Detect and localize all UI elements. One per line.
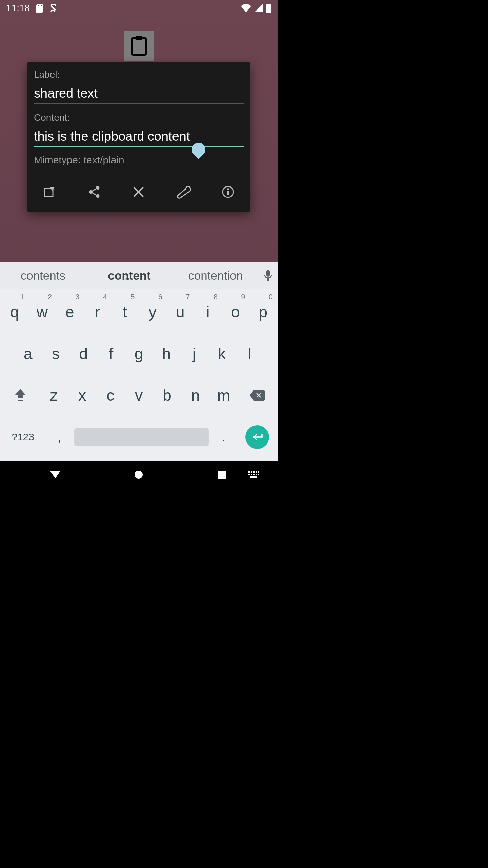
mimetype-caption: Mimetype: (34, 154, 81, 165)
key-i[interactable]: i8 (195, 292, 221, 332)
key-period[interactable]: . (210, 417, 237, 457)
key-w[interactable]: w2 (29, 292, 56, 332)
enter-icon (245, 425, 269, 449)
key-shift[interactable] (1, 375, 39, 416)
key-h[interactable]: h (153, 334, 180, 374)
svg-rect-16 (253, 471, 255, 473)
keyboard-row-4: ?123 , . (1, 416, 277, 458)
suggestion-1[interactable]: contents (0, 269, 86, 282)
svg-rect-22 (256, 474, 257, 475)
circle-icon (134, 470, 143, 479)
voice-input-button[interactable] (259, 270, 278, 281)
close-button[interactable] (117, 172, 161, 212)
svg-rect-21 (253, 474, 255, 475)
backspace-icon (250, 390, 265, 401)
microphone-icon (264, 270, 272, 281)
wifi-icon (241, 4, 251, 12)
export-button[interactable] (27, 172, 72, 212)
clipboard-dialog: Label: Content: Mimetype: text/plain (27, 62, 250, 212)
square-icon (218, 470, 227, 479)
share-button[interactable] (72, 172, 117, 212)
mimetype-line: Mimetype: text/plain (27, 154, 250, 172)
svg-rect-24 (250, 476, 257, 478)
cell-signal-icon (255, 4, 263, 12)
key-comma[interactable]: , (46, 417, 73, 457)
svg-rect-0 (132, 38, 146, 55)
key-y[interactable]: y6 (140, 292, 166, 332)
svg-rect-15 (251, 471, 252, 473)
share-icon (87, 185, 101, 199)
status-time: 11:18 (6, 3, 30, 14)
content-input[interactable] (34, 128, 244, 147)
battery-icon (266, 4, 271, 13)
device-screen: 11:18 Label: (0, 0, 278, 488)
key-enter[interactable] (239, 417, 276, 457)
svg-rect-20 (251, 474, 252, 475)
label-caption: Label: (34, 69, 244, 80)
keyboard-switch-icon (248, 471, 259, 478)
key-l[interactable]: l (236, 334, 263, 374)
sd-card-icon (36, 4, 43, 13)
key-b[interactable]: b (154, 375, 180, 416)
spacebar (74, 428, 209, 446)
key-n[interactable]: n (182, 375, 209, 416)
svg-rect-1 (136, 36, 142, 40)
status-right (241, 4, 271, 13)
nav-home-button[interactable] (125, 470, 152, 479)
key-k[interactable]: k (209, 334, 235, 374)
key-m[interactable]: m (210, 375, 237, 416)
svg-rect-17 (256, 471, 257, 473)
key-t[interactable]: t5 (112, 292, 138, 332)
key-symbols[interactable]: ?123 (1, 417, 44, 457)
navigation-bar (0, 461, 278, 488)
key-space[interactable] (74, 417, 209, 457)
svg-rect-9 (266, 270, 270, 277)
svg-point-7 (227, 189, 229, 190)
nav-keyboard-switch-button[interactable] (240, 471, 267, 478)
info-button[interactable] (206, 172, 250, 212)
key-j[interactable]: j (181, 334, 207, 374)
key-a[interactable]: a (15, 334, 41, 374)
keyboard-row-3: z x c v b n m (1, 375, 277, 416)
suggestion-bar: contents content ••• contention (0, 262, 278, 289)
key-f[interactable]: f (98, 334, 124, 374)
status-bar: 11:18 (0, 0, 278, 16)
svg-rect-10 (267, 278, 269, 281)
svg-rect-19 (248, 474, 250, 475)
svg-point-12 (135, 471, 143, 479)
svg-rect-11 (18, 400, 23, 401)
suggestion-more-icon: ••• (125, 276, 134, 282)
nav-recents-button[interactable] (209, 470, 236, 479)
info-icon (222, 185, 235, 198)
settings-button[interactable] (161, 172, 206, 212)
key-v[interactable]: v (125, 375, 152, 416)
soft-keyboard: contents content ••• contention q1 w2 e3 (0, 262, 278, 461)
app-status-icon (49, 4, 58, 13)
suggestion-2[interactable]: content ••• (86, 269, 172, 282)
key-o[interactable]: o9 (222, 292, 249, 332)
key-e[interactable]: e3 (57, 292, 83, 332)
svg-rect-13 (218, 471, 226, 479)
svg-rect-18 (258, 471, 259, 473)
key-q[interactable]: q1 (1, 292, 28, 332)
key-x[interactable]: x (69, 375, 96, 416)
key-p[interactable]: p0 (250, 292, 277, 332)
dialog-actions (27, 172, 250, 212)
label-input[interactable] (34, 85, 244, 104)
mimetype-value: text/plain (84, 154, 124, 165)
nav-back-button[interactable] (42, 471, 69, 478)
key-c[interactable]: c (97, 375, 124, 416)
key-backspace[interactable] (239, 375, 276, 416)
close-icon (133, 186, 145, 198)
keyboard-row-1: q1 w2 e3 r4 t5 y6 u7 i8 o9 p0 (1, 291, 277, 333)
svg-rect-23 (258, 474, 259, 475)
key-g[interactable]: g (126, 334, 152, 374)
key-u[interactable]: u7 (167, 292, 194, 332)
key-d[interactable]: d (70, 334, 97, 374)
key-z[interactable]: z (40, 375, 67, 416)
clipboard-app-icon[interactable] (124, 31, 154, 61)
key-r[interactable]: r4 (84, 292, 111, 332)
svg-rect-8 (227, 191, 229, 195)
suggestion-3[interactable]: contention (172, 269, 259, 282)
key-s[interactable]: s (43, 334, 69, 374)
